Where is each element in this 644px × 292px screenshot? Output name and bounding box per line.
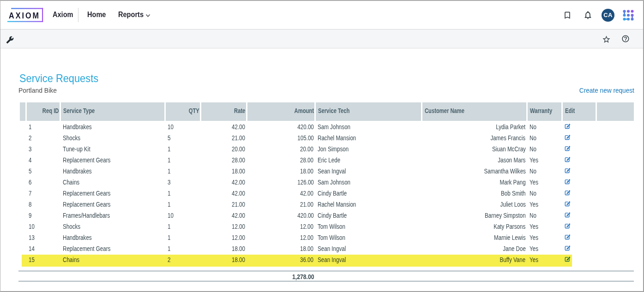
svg-text:AXIOM: AXIOM — [9, 11, 40, 20]
